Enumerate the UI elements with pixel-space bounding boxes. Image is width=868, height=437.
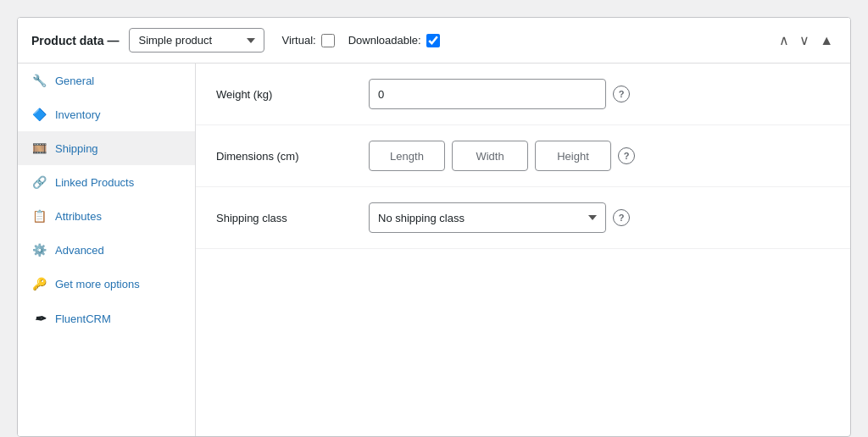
shipping-class-row: Shipping class No shipping class ? [196,187,850,249]
shipping-class-help-icon[interactable]: ? [613,209,630,226]
shipping-class-fields: No shipping class ? [369,202,830,233]
gear-icon: ⚙️ [31,243,47,257]
sidebar-label-inventory: Inventory [55,108,100,121]
dimensions-help-icon[interactable]: ? [618,147,635,164]
sidebar-label-fluentcrm: FluentCRM [55,313,111,325]
sidebar: 🔧 General 🔷 Inventory 🎞️ Shipping 🔗 Link… [18,64,196,436]
sidebar-item-shipping[interactable]: 🎞️ Shipping [18,131,195,165]
sidebar-item-linked-products[interactable]: 🔗 Linked Products [18,165,195,199]
virtual-checkbox[interactable] [321,34,335,47]
key-icon: 🔑 [31,277,47,290]
length-input[interactable] [369,141,445,171]
sidebar-label-advanced: Advanced [55,244,104,257]
expand-button[interactable]: ▲ [816,31,837,50]
inventory-icon: 🔷 [31,108,47,121]
shipping-class-select[interactable]: No shipping class [369,202,606,233]
sidebar-label-attributes: Attributes [55,210,102,223]
panel-body: 🔧 General 🔷 Inventory 🎞️ Shipping 🔗 Link… [18,64,850,436]
weight-input[interactable] [369,79,606,109]
weight-row: Weight (kg) ? [196,64,850,125]
attributes-icon: 📋 [31,209,47,223]
sidebar-item-general[interactable]: 🔧 General [18,64,195,97]
link-icon: 🔗 [31,175,47,189]
collapse-down-button[interactable]: ∨ [796,30,813,50]
sidebar-label-linked-products: Linked Products [55,176,134,189]
virtual-label[interactable]: Virtual: [281,34,334,47]
panel-title: Product data — [31,34,119,47]
content-area: Weight (kg) ? Dimensions (cm) ? Shipping [196,64,850,436]
weight-label: Weight (kg) [216,88,369,101]
virtual-downloadable-group: Virtual: Downloadable: [281,34,439,47]
panel-header: Product data — Simple product Virtual: D… [18,18,850,64]
sidebar-label-general: General [55,75,94,87]
fluentcrm-icon: ✒ [31,311,47,327]
product-type-select[interactable]: Simple product [129,28,264,53]
downloadable-label[interactable]: Downloadable: [348,34,440,47]
sidebar-item-inventory[interactable]: 🔷 Inventory [18,97,195,131]
shipping-icon: 🎞️ [31,141,47,155]
wrench-icon: 🔧 [31,74,47,87]
dimensions-fields: ? [369,141,830,171]
shipping-class-label: Shipping class [216,212,369,224]
height-input[interactable] [535,141,611,171]
weight-fields: ? [369,79,830,109]
weight-help-icon[interactable]: ? [613,86,630,102]
dimensions-label: Dimensions (cm) [216,150,369,163]
collapse-up-button[interactable]: ∧ [776,30,793,50]
sidebar-item-advanced[interactable]: ⚙️ Advanced [18,233,195,267]
sidebar-item-get-more-options[interactable]: 🔑 Get more options [18,267,195,301]
sidebar-label-get-more-options: Get more options [55,278,140,290]
width-input[interactable] [452,141,528,171]
downloadable-checkbox[interactable] [426,34,440,47]
product-data-panel: Product data — Simple product Virtual: D… [17,17,851,437]
sidebar-item-fluentcrm[interactable]: ✒ FluentCRM [18,301,195,337]
sidebar-label-shipping: Shipping [55,142,98,155]
dimensions-row: Dimensions (cm) ? [196,125,850,187]
sidebar-item-attributes[interactable]: 📋 Attributes [18,199,195,233]
panel-actions: ∧ ∨ ▲ [776,30,837,50]
